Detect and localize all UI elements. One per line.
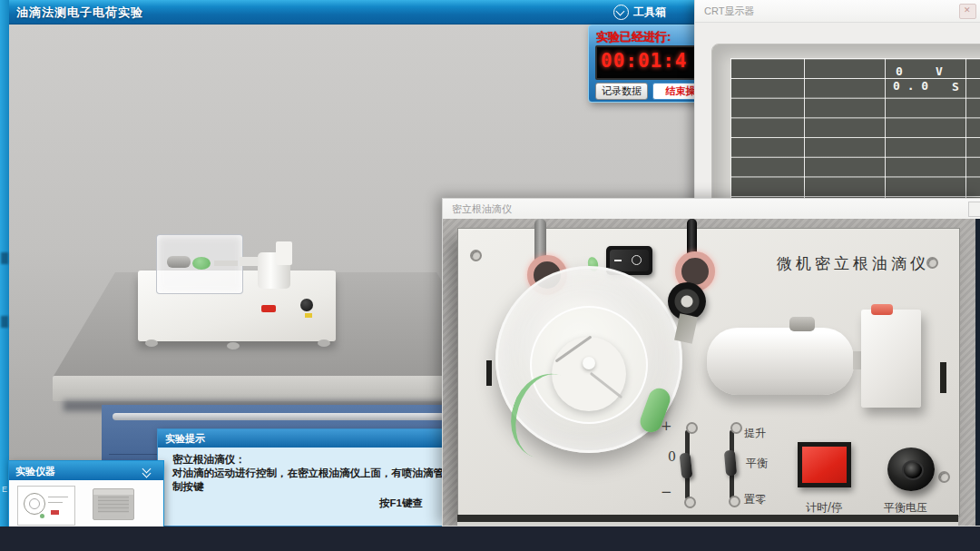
chamber-cylinder (167, 256, 191, 268)
apparatus-title: 密立根油滴仪 (452, 202, 512, 216)
voltage-unit: V (936, 64, 943, 78)
instruments-panel: 实验仪器 (8, 460, 164, 528)
polarity-minus-label: − (661, 484, 672, 500)
microscope-tube[interactable] (707, 328, 854, 395)
timing-button[interactable] (798, 442, 851, 487)
window-dark-edge (975, 219, 980, 526)
voltage-knob-small (300, 299, 313, 311)
collapsed-tab[interactable] (1, 252, 8, 264)
instruments-title: 实验仪器 (15, 465, 55, 478)
switch-screw (686, 422, 698, 434)
panel-bottom-shadow (457, 515, 958, 522)
rocker-on-mark (614, 260, 622, 261)
timer-label: 实验已经进行: (596, 29, 671, 45)
time-unit: S (952, 80, 959, 93)
lab-table-edge (53, 376, 499, 401)
timer-button-small (261, 305, 276, 312)
strip-glyph: E (2, 485, 7, 494)
panel-slot-left (486, 360, 492, 386)
crt-title: CRT显示器 (704, 5, 754, 18)
collapsed-tab[interactable] (1, 316, 8, 328)
panel-screw (926, 257, 938, 269)
thumb-circle-inner (29, 498, 40, 509)
thumbnail-oil-drop-apparatus[interactable] (17, 486, 75, 526)
mode-lift-label: 提升 (744, 426, 766, 441)
switch-screw (729, 496, 740, 507)
close-icon[interactable] (968, 202, 980, 217)
eyepiece-box (276, 241, 292, 265)
mode-zero-label: 置零 (744, 492, 766, 507)
tip-title-bar[interactable]: 实验提示 (158, 429, 486, 448)
time-value: 0 . 0 (893, 79, 928, 93)
sprayer-nozzle (214, 261, 238, 266)
panel-bottom-edge (457, 522, 958, 526)
collapse-double-chevron-icon[interactable] (142, 466, 152, 477)
table-rail (113, 413, 445, 420)
left-collapsed-tab-strip[interactable]: E (0, 0, 9, 526)
record-data-button[interactable]: 记录数据 (595, 83, 648, 100)
desktop: E 油滴法测电子电荷实验 工具箱 实验已经进行: 00:01:4 记录数据 结束… (0, 0, 980, 551)
panel-slot (940, 362, 946, 393)
device-label: 微机密立根油滴仪 (777, 253, 929, 274)
millikan-apparatus-window: 密立根油滴仪 (442, 198, 980, 526)
thumb-green-mark (40, 514, 44, 518)
thumb-red-mark (51, 510, 59, 515)
eyepiece-camera-box[interactable] (861, 310, 921, 408)
apparatus-foot (227, 342, 240, 349)
tip-line3: 制按键 (172, 480, 204, 494)
chamber-center-cap (583, 357, 595, 369)
polarity-plus-label: + (661, 418, 672, 434)
panel-screw (938, 471, 950, 483)
page-title: 油滴法测电子电荷实验 (16, 5, 143, 21)
thumb-line (48, 497, 68, 497)
toolbox-label: 工具箱 (633, 5, 666, 20)
switch-screw (684, 497, 696, 508)
knob-center (902, 460, 924, 480)
apparatus-foot (145, 339, 158, 347)
apparatus-title-bar[interactable]: 密立根油滴仪 (443, 199, 980, 220)
mode-balance-label: 平衡 (746, 456, 768, 471)
switch-screw (730, 422, 742, 434)
tip-line1: 密立根油滴仪： (172, 453, 246, 467)
microscope-focus-knob[interactable] (789, 317, 815, 331)
thumb-base (101, 515, 126, 518)
taskbar: e W X P MP3 CUT (0, 526, 980, 551)
thumbnail-crt-monitor[interactable] (93, 488, 134, 520)
panel-screw (470, 250, 482, 261)
mode-switch-lever[interactable] (724, 450, 737, 477)
label-tag (305, 313, 312, 318)
toolbox-button[interactable]: 工具箱 (613, 2, 666, 22)
sprayer-bulb (192, 257, 211, 270)
tip-help-hint: 按F1键查 (379, 497, 423, 510)
thumb-screen (98, 497, 129, 513)
thumb-line (48, 502, 63, 503)
tip-title: 实验提示 (165, 432, 205, 446)
crt-title-bar[interactable]: CRT显示器 (695, 0, 980, 23)
timing-button-label: 计时/停 (806, 500, 842, 516)
apparatus-foot (318, 339, 330, 347)
balance-voltage-knob[interactable] (887, 448, 935, 491)
rocker-off-mark (632, 255, 642, 265)
instruments-title-bar[interactable]: 实验仪器 (9, 461, 163, 480)
voltage-value: 0 (896, 64, 903, 78)
chevron-down-circle-icon (613, 5, 629, 20)
close-icon[interactable] (959, 4, 976, 19)
eyepiece-red-cap (871, 304, 893, 315)
experiment-tip-window: 实验提示 密立根油滴仪： 对油滴的运动进行控制，在密立根油滴仪上面，有喷油滴管，… (157, 428, 487, 526)
voltage-knob-label: 平衡电压 (884, 500, 927, 516)
apparatus-view: 微机密立根油滴仪 + 0 − 提升 平衡 置零 计时/停 平衡电压 (443, 219, 980, 526)
chamber-tube (240, 257, 258, 266)
polarity-zero-label: 0 (668, 449, 676, 464)
